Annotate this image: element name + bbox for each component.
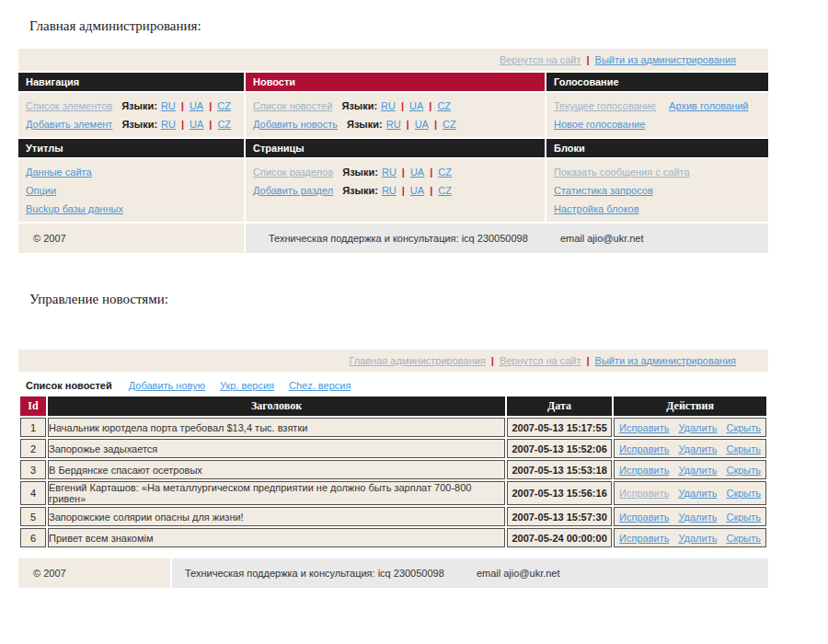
language-link[interactable]: RU — [381, 100, 396, 111]
action-link[interactable]: Исправить — [619, 422, 669, 433]
language-link[interactable]: CZ — [438, 185, 452, 196]
languages-label: Языки: — [341, 100, 377, 111]
cell-title: Запорожские солярии опасны для жизни! — [48, 507, 505, 526]
action-link[interactable]: Скрыть — [726, 465, 761, 476]
table-row: 1Начальник юротдела порта требовал $13,4… — [20, 418, 766, 437]
language-link[interactable]: CZ — [437, 100, 451, 111]
tab-link[interactable]: Укр. версия — [220, 380, 274, 391]
admin-link[interactable]: Список разделов — [253, 167, 333, 178]
action-link[interactable]: Удалить — [678, 422, 717, 433]
language-link[interactable]: UA — [410, 167, 424, 178]
language-link[interactable]: UA — [409, 100, 423, 111]
cell-title: Привет всем знакомім — [48, 528, 505, 547]
cell-title: Начальник юротдела порта требовал $13,4 … — [48, 418, 505, 437]
table-row: 5Запорожские солярии опасны для жизни!20… — [20, 507, 766, 526]
action-link[interactable]: Скрыть — [726, 488, 761, 499]
admin-link[interactable]: Настройка блоков — [554, 203, 639, 214]
news-footer: © 2007 Техническая поддержка и консульта… — [18, 558, 768, 588]
section-item: Опции — [26, 181, 236, 200]
action-link[interactable]: Исправить — [619, 488, 669, 499]
language-link[interactable]: UA — [190, 119, 203, 130]
language-link[interactable]: CZ — [438, 167, 452, 178]
cell-actions: ИсправитьУдалитьСкрыть — [614, 481, 766, 505]
language-link[interactable]: UA — [190, 100, 203, 111]
page-title-admin: Главная администрирования: — [29, 0, 828, 34]
language-link[interactable]: RU — [161, 100, 176, 111]
page-title-news: Управление новостями: — [29, 292, 828, 307]
language-link[interactable]: CZ — [443, 119, 456, 130]
language-link[interactable]: CZ — [217, 100, 231, 111]
action-link[interactable]: Исправить — [619, 443, 669, 454]
admin-link[interactable]: Опции — [26, 185, 56, 196]
action-link[interactable]: Исправить — [619, 533, 669, 544]
cell-date: 2007-05-13 15:56:16 — [507, 481, 612, 505]
action-link[interactable]: Исправить — [619, 512, 669, 523]
admin-link[interactable]: Buckup базы данных — [26, 203, 123, 214]
admin-link[interactable]: Список новостей — [253, 100, 332, 111]
column-header-id: Id — [20, 397, 46, 416]
section-item: Добавить разделЯзыки:RU|UA|CZ — [253, 181, 537, 200]
topbar-link[interactable]: Выйти из администрирования — [595, 355, 736, 366]
action-link[interactable]: Удалить — [678, 443, 717, 454]
admin-link[interactable]: Статистика запросов — [554, 185, 653, 196]
action-link[interactable]: Скрыть — [726, 533, 761, 544]
cell-actions: ИсправитьУдалитьСкрыть — [614, 418, 766, 437]
topbar-link[interactable]: Выйти из администрирования — [595, 54, 736, 65]
language-link[interactable]: RU — [386, 119, 401, 130]
language-link[interactable]: RU — [382, 185, 397, 196]
action-link[interactable]: Скрыть — [726, 512, 761, 523]
section-item: Список элементовЯзыки:RU|UA|CZ — [26, 97, 236, 115]
tab-link[interactable]: Добавить новую — [129, 380, 205, 391]
action-link[interactable]: Удалить — [678, 533, 717, 544]
footer-copyright: © 2007 — [18, 558, 170, 588]
separator: | — [402, 167, 405, 178]
section-header: Страницы — [246, 139, 545, 157]
cell-actions: ИсправитьУдалитьСкрыть — [614, 528, 766, 547]
admin-footer: © 2007 Техническая поддержка и консульта… — [18, 224, 768, 253]
section-header: Навигация — [18, 73, 244, 91]
language-link[interactable]: UA — [410, 185, 424, 196]
action-link[interactable]: Исправить — [619, 465, 669, 476]
section-item: Настройка блоков — [554, 200, 761, 218]
separator: | — [587, 54, 590, 65]
section-item: Buckup базы данных — [26, 200, 236, 218]
admin-link[interactable]: Архив голований — [669, 100, 748, 111]
section-item: Добавить элементЯзыки:RU|UA|CZ — [26, 115, 236, 133]
footer-support-text: Техническая поддержка и консультация: ic… — [185, 568, 444, 579]
language-link[interactable]: RU — [382, 167, 397, 178]
cell-title: В Бердянске спасают осетровых — [48, 460, 505, 479]
admin-link[interactable]: Добавить новость — [253, 119, 338, 130]
tab-link[interactable]: Chez. версия — [289, 380, 351, 391]
admin-link[interactable]: Данные сайта — [26, 167, 92, 178]
separator: | — [209, 100, 212, 111]
tab-active: Список новостей — [26, 380, 112, 391]
admin-link[interactable]: Новое голосование — [554, 119, 645, 130]
action-link[interactable]: Скрыть — [726, 443, 761, 454]
section-body: Данные сайтаОпцииBuckup базы данных — [18, 159, 244, 222]
admin-link[interactable]: Текущее голосование — [554, 100, 656, 111]
cell-title: Запорожье задыхается — [48, 439, 505, 458]
action-link[interactable]: Удалить — [678, 488, 717, 499]
topbar-link[interactable]: Вернутся на сайт — [500, 54, 581, 65]
section-body: Список разделовЯзыки:RU|UA|CZДобавить ра… — [246, 159, 545, 222]
cell-date: 2007-05-24 00:00:00 — [507, 528, 612, 547]
action-link[interactable]: Удалить — [678, 512, 717, 523]
news-table: Id Заголовок Дата Действия 1Начальник юр… — [18, 395, 768, 549]
admin-link[interactable]: Список элементов — [26, 100, 112, 111]
cell-actions: ИсправитьУдалитьСкрыть — [614, 439, 766, 458]
cell-title: Евгений Карташов: «На металлургическом п… — [48, 481, 505, 505]
admin-link[interactable]: Добавить элемент — [26, 119, 112, 130]
language-link[interactable]: RU — [161, 119, 176, 130]
topbar-link[interactable]: Вернутся на сайт — [500, 355, 581, 366]
admin-link[interactable]: Добавить раздел — [253, 185, 333, 196]
language-link[interactable]: UA — [415, 119, 429, 130]
action-link[interactable]: Удалить — [678, 465, 717, 476]
admin-link[interactable]: Показать сообщения с сайта — [554, 167, 690, 178]
language-link[interactable]: CZ — [217, 119, 231, 130]
section-body: Список элементовЯзыки:RU|UA|CZДобавить э… — [18, 93, 244, 137]
languages-label: Языки: — [347, 119, 383, 130]
languages-label: Языки: — [342, 167, 378, 178]
section-body: Показать сообщения с сайтаСтатистика зап… — [546, 159, 768, 222]
action-link[interactable]: Скрыть — [726, 422, 761, 433]
topbar-link[interactable]: Главная администрирования — [349, 355, 485, 366]
